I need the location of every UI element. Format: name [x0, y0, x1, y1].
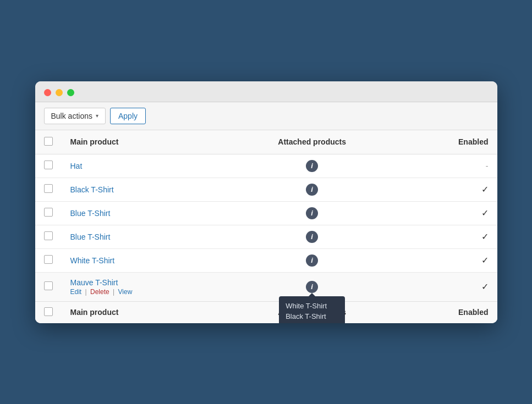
header-main-product: Main product [62, 130, 224, 154]
separator: | [85, 288, 87, 296]
toolbar: Bulk actions ▾ Apply [35, 102, 497, 130]
row-attached-cell: i [224, 225, 400, 248]
row-product-name: Blue T-Shirt [62, 201, 224, 225]
titlebar [35, 81, 497, 102]
product-name-mauve-tshirt[interactable]: Mauve T-Shirt [70, 278, 118, 287]
product-name-black-tshirt[interactable]: Black T-Shirt [70, 185, 114, 194]
row-product-name: Hat [62, 154, 224, 178]
separator: | [113, 288, 114, 296]
enabled-check: ✓ [481, 256, 489, 265]
row-checkbox[interactable] [44, 231, 53, 240]
row-product-name: Blue T-Shirt [62, 225, 224, 248]
row-attached-cell: i [224, 154, 400, 178]
product-name-white-tshirt[interactable]: White T-Shirt [70, 256, 115, 265]
footer-checkbox-col [35, 301, 62, 323]
footer-attached-products: Attached products [224, 301, 400, 323]
maximize-button[interactable] [67, 89, 74, 96]
row-checkbox[interactable] [44, 255, 53, 264]
row-product-name: Mauve T-Shirt Edit | Delete | View [62, 272, 224, 301]
table-container: Main product Attached products Enabled H… [35, 130, 497, 323]
row-checkbox[interactable] [44, 281, 53, 290]
info-icon[interactable]: i [306, 254, 318, 267]
close-button[interactable] [44, 89, 51, 96]
minimize-button[interactable] [56, 89, 63, 96]
product-name-hat[interactable]: Hat [70, 162, 83, 170]
view-link[interactable]: View [118, 288, 133, 296]
row-checkbox[interactable] [44, 161, 53, 169]
table-header-row: Main product Attached products Enabled [35, 130, 497, 154]
row-checkbox[interactable] [44, 208, 53, 217]
tooltip-container: i White T-Shirt Black T-Shirt [306, 281, 318, 293]
row-attached-cell: i [224, 178, 400, 201]
row-attached-cell: i [224, 201, 400, 225]
enabled-dash: - [486, 162, 489, 170]
row-enabled-cell: ✓ [400, 201, 497, 225]
enabled-check: ✓ [481, 208, 489, 218]
table-row: Black T-Shirt i ✓ [35, 178, 497, 201]
chevron-down-icon: ▾ [96, 113, 98, 119]
product-name-blue-tshirt-1[interactable]: Blue T-Shirt [70, 209, 111, 218]
delete-link[interactable]: Delete [90, 288, 109, 296]
row-actions: Edit | Delete | View [70, 288, 216, 296]
footer-main-product: Main product [62, 301, 224, 323]
apply-button[interactable]: Apply [110, 108, 146, 124]
info-icon[interactable]: i [306, 281, 318, 293]
table-footer-row: Main product Attached products Enabled [35, 301, 497, 323]
row-attached-cell: i White T-Shirt Black T-Shirt [224, 272, 400, 301]
header-enabled: Enabled [400, 130, 497, 154]
edit-link[interactable]: Edit [70, 288, 82, 296]
row-enabled-cell: ✓ [400, 178, 497, 201]
info-icon[interactable]: i [306, 184, 318, 196]
bulk-actions-label: Bulk actions [51, 112, 92, 120]
bulk-actions-dropdown[interactable]: Bulk actions ▾ [44, 108, 106, 124]
row-checkbox-cell [35, 225, 62, 248]
row-checkbox-cell [35, 248, 62, 272]
row-enabled-cell: - [400, 154, 497, 178]
row-checkbox-cell [35, 272, 62, 301]
header-attached-products: Attached products [224, 130, 400, 154]
info-icon[interactable]: i [306, 231, 318, 243]
info-icon[interactable]: i [306, 160, 318, 172]
table-row-mauve: Mauve T-Shirt Edit | Delete | View i [35, 272, 497, 301]
app-window: Bulk actions ▾ Apply Main product Attach… [35, 81, 497, 323]
header-checkbox-col [35, 130, 62, 154]
table-row: Blue T-Shirt i ✓ [35, 201, 497, 225]
enabled-check: ✓ [481, 232, 489, 241]
row-checkbox-cell [35, 201, 62, 225]
products-table: Main product Attached products Enabled H… [35, 130, 497, 323]
row-checkbox-cell [35, 178, 62, 201]
row-attached-cell: i [224, 248, 400, 272]
info-icon[interactable]: i [306, 207, 318, 219]
table-row: Blue T-Shirt i ✓ [35, 225, 497, 248]
row-enabled-cell: ✓ [400, 225, 497, 248]
table-row: Hat i - [35, 154, 497, 178]
table-row: White T-Shirt i ✓ [35, 248, 497, 272]
footer-select-all-checkbox[interactable] [44, 307, 53, 316]
row-product-name: White T-Shirt [62, 248, 224, 272]
row-checkbox-cell [35, 154, 62, 178]
product-name-blue-tshirt-2[interactable]: Blue T-Shirt [70, 233, 111, 241]
row-product-name: Black T-Shirt [62, 178, 224, 201]
footer-enabled: Enabled [400, 301, 497, 323]
row-checkbox[interactable] [44, 184, 53, 193]
enabled-check: ✓ [481, 185, 489, 194]
enabled-check: ✓ [481, 282, 489, 291]
row-enabled-cell: ✓ [400, 248, 497, 272]
row-enabled-cell: ✓ [400, 272, 497, 301]
select-all-checkbox[interactable] [44, 137, 53, 146]
